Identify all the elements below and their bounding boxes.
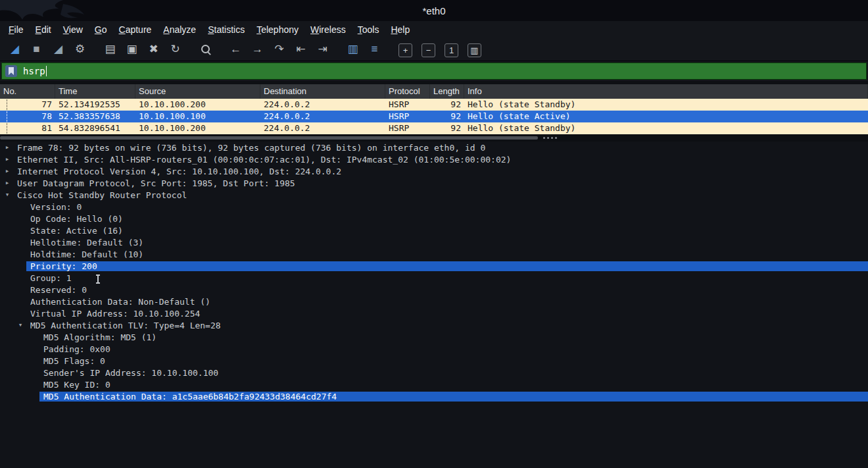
cell-destination: 224.0.0.2 [260, 122, 385, 134]
restart-capture-icon[interactable]: ◢ [49, 41, 67, 58]
zoom-100-icon[interactable]: 1 [445, 43, 458, 57]
detail-row[interactable]: Op Code: Hello (0) [0, 214, 868, 226]
detail-row[interactable]: ▸Frame 78: 92 bytes on wire (736 bits), … [0, 143, 868, 155]
cell-protocol: HSRP [385, 111, 430, 122]
menu-telephony[interactable]: Telephony [251, 23, 304, 36]
go-last-packet-icon[interactable]: ⇥ [314, 41, 331, 58]
filter-text-caret [46, 66, 47, 76]
toolbar-group: ▤▣✖↻ [99, 41, 186, 58]
detail-row[interactable]: Version: 0 [0, 202, 868, 214]
detail-row[interactable]: Virtual IP Address: 10.10.100.254 [0, 309, 868, 321]
packet-row[interactable]: 7752.13419253510.10.100.200224.0.0.2HSRP… [0, 99, 868, 111]
column-header-info[interactable]: Info [464, 84, 868, 99]
colorize-icon[interactable]: ≡ [366, 41, 383, 58]
display-filter-input[interactable]: hsrp [1, 63, 867, 80]
cell-time: 54.832896541 [55, 122, 135, 134]
detail-row[interactable]: ▸Internet Protocol Version 4, Src: 10.10… [0, 167, 868, 178]
zoom-out-icon[interactable]: − [422, 43, 435, 57]
cell-source: 10.10.100.200 [135, 122, 260, 134]
collapse-arrow-icon[interactable]: ▾ [2, 190, 12, 199]
column-header-destination[interactable]: Destination [260, 84, 385, 99]
go-to-packet-icon[interactable]: ↷ [270, 41, 288, 58]
go-first-packet-icon[interactable]: ⇤ [292, 41, 310, 58]
detail-text: Authentication Data: Non-Default () [26, 297, 868, 307]
packet-row[interactable]: 7852.38335763810.10.100.100224.0.0.2HSRP… [0, 111, 868, 122]
start-capture-icon[interactable]: ◢ [6, 41, 24, 58]
detail-text: Holdtime: Default (10) [26, 249, 868, 259]
detail-row[interactable]: MD5 Algorithm: MD5 (1) [0, 332, 868, 344]
detail-row[interactable]: Group: 1 [0, 273, 868, 285]
detail-row[interactable]: Holdtime: Default (10) [0, 249, 868, 261]
stop-capture-icon[interactable]: ■ [28, 41, 45, 58]
menu-edit[interactable]: Edit [30, 23, 57, 36]
detail-text: Group: 1 [26, 273, 868, 283]
detail-text: Sender's IP Address: 10.10.100.100 [39, 368, 868, 378]
toolbar-group: ▥≡ [342, 41, 385, 58]
detail-text: MD5 Key ID: 0 [39, 380, 868, 390]
menu-analyze[interactable]: Analyze [157, 23, 202, 36]
menu-go[interactable]: Go [89, 23, 113, 36]
pane-splitter-grip[interactable] [543, 137, 545, 139]
open-file-icon[interactable]: ▤ [101, 41, 119, 58]
column-header-time[interactable]: Time [55, 84, 135, 99]
resize-columns-icon[interactable]: ▥ [468, 43, 481, 57]
menubar: FileEditViewGoCaptureAnalyzeStatisticsTe… [0, 21, 868, 38]
column-header-no[interactable]: No. [0, 84, 55, 99]
menu-file[interactable]: File [3, 23, 30, 36]
menu-view[interactable]: View [57, 23, 89, 36]
detail-row[interactable]: Reserved: 0 [0, 285, 868, 297]
detail-row[interactable]: MD5 Key ID: 0 [0, 380, 868, 392]
menu-wireless[interactable]: Wireless [304, 23, 352, 36]
cell-protocol: HSRP [385, 122, 430, 134]
menu-statistics[interactable]: Statistics [202, 23, 251, 36]
cell-no: 81 [0, 122, 55, 134]
collapse-arrow-icon[interactable]: ▾ [15, 321, 26, 329]
detail-text: Frame 78: 92 bytes on wire (736 bits), 9… [13, 143, 868, 153]
detail-row[interactable]: MD5 Authentication Data: a1c5aae6b84b2fa… [0, 392, 868, 403]
close-file-icon[interactable]: ✖ [145, 41, 162, 58]
save-file-icon[interactable]: ▣ [123, 41, 141, 58]
packet-row[interactable]: 8154.83289654110.10.100.200224.0.0.2HSRP… [0, 122, 868, 134]
detail-row[interactable]: Priority: 200 [0, 261, 868, 273]
expand-arrow-icon[interactable]: ▸ [2, 167, 12, 175]
detail-row[interactable]: MD5 Flags: 0 [0, 356, 868, 368]
magnifier-glyph [201, 45, 210, 53]
toolbar-group: ←→↷⇤⇥ [225, 41, 333, 58]
titlebar: *eth0 [0, 0, 868, 21]
detail-text: MD5 Flags: 0 [39, 356, 868, 366]
filter-bookmark-icon[interactable] [5, 65, 17, 77]
packet-details: ▸Frame 78: 92 bytes on wire (736 bits), … [0, 142, 868, 468]
menu-capture[interactable]: Capture [113, 23, 158, 36]
detail-row[interactable]: Hellotime: Default (3) [0, 238, 868, 249]
detail-row[interactable]: State: Active (16) [0, 226, 868, 238]
scrollbar-thumb[interactable] [0, 136, 538, 140]
detail-row[interactable]: Padding: 0x00 [0, 344, 868, 356]
packet-list: 7752.13419253510.10.100.200224.0.0.2HSRP… [0, 99, 868, 134]
detail-row[interactable]: Sender's IP Address: 10.10.100.100 [0, 368, 868, 380]
expand-arrow-icon[interactable]: ▸ [2, 155, 12, 163]
detail-row[interactable]: ▸Ethernet II, Src: All-HSRP-routers_01 (… [0, 155, 868, 167]
reload-file-icon[interactable]: ↻ [166, 41, 184, 58]
zoom-in-icon[interactable]: + [398, 43, 412, 57]
column-header-length[interactable]: Length [430, 84, 464, 99]
auto-scroll-icon[interactable]: ▥ [344, 41, 362, 58]
detail-row[interactable]: Authentication Data: Non-Default () [0, 297, 868, 309]
menu-help[interactable]: Help [385, 23, 416, 36]
detail-text: MD5 Authentication TLV: Type=4 Len=28 [26, 321, 868, 330]
expand-arrow-icon[interactable]: ▸ [2, 178, 12, 187]
cell-destination: 224.0.0.2 [260, 99, 385, 111]
expand-arrow-icon[interactable]: ▸ [2, 143, 12, 151]
detail-row[interactable]: ▸User Datagram Protocol, Src Port: 1985,… [0, 178, 868, 190]
find-packet-icon[interactable] [197, 41, 214, 58]
column-header-protocol[interactable]: Protocol [385, 84, 430, 99]
menu-tools[interactable]: Tools [352, 23, 385, 36]
detail-row[interactable]: ▾Cisco Hot Standby Router Protocol [0, 190, 868, 202]
detail-text: Ethernet II, Src: All-HSRP-routers_01 (0… [13, 155, 868, 165]
go-back-icon[interactable]: ← [227, 41, 245, 58]
column-header-source[interactable]: Source [135, 84, 260, 99]
detail-row[interactable]: ▾MD5 Authentication TLV: Type=4 Len=28 [0, 321, 868, 332]
go-forward-icon[interactable]: → [249, 41, 266, 58]
capture-options-icon[interactable]: ⚙ [71, 41, 89, 58]
horizontal-scrollbar[interactable] [0, 134, 868, 142]
detail-text: Priority: 200 [26, 261, 868, 271]
